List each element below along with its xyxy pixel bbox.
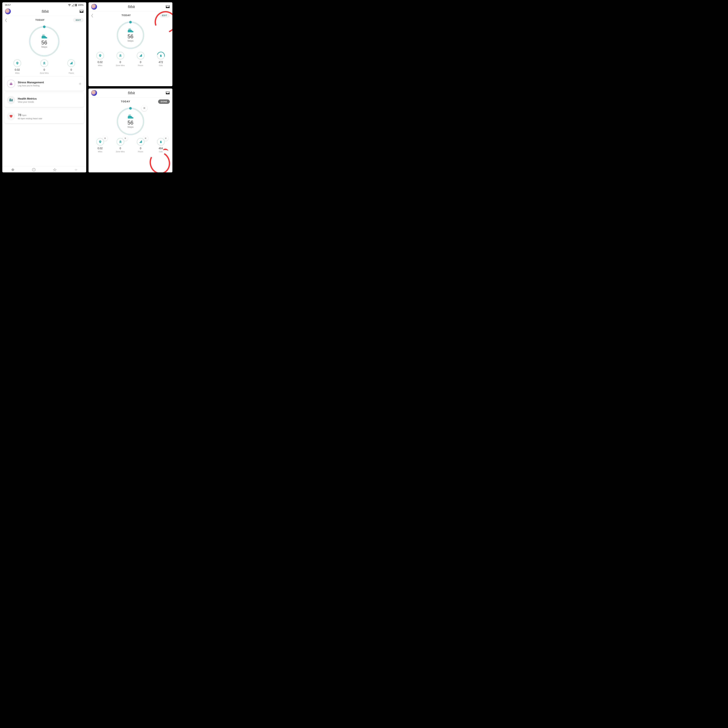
stats-row: ✕ 0.02 Miles ✕ 0 Zone Mins ✕ 0 Floors ✕ …: [89, 138, 172, 155]
shoe-icon: [127, 28, 134, 33]
miles-label: Miles: [15, 72, 19, 74]
floors-label: Floors: [138, 151, 143, 153]
stat-cals[interactable]: ✕ 484 Cals: [154, 138, 167, 153]
nav-premium[interactable]: [70, 168, 81, 172]
svg-point-23: [13, 170, 14, 171]
steps-ring[interactable]: 56 Steps: [89, 18, 172, 52]
stat-zone-mins[interactable]: 0 Zone Mins: [38, 59, 51, 74]
stat-zone-mins[interactable]: 0 Zone Mins: [114, 52, 127, 67]
nav-discover[interactable]: [28, 168, 40, 172]
svg-rect-3: [76, 4, 76, 4]
screenshot-right: 06:57 100% fitbit TODAY EDIT 56 Steps: [2, 2, 86, 172]
heart-bpm-unit: bpm: [22, 114, 26, 116]
today-label: TODAY: [35, 19, 45, 21]
steps-count: 56: [127, 120, 133, 126]
app-header: fitbit: [89, 89, 172, 98]
stairs-icon: [139, 140, 142, 144]
svg-point-21: [13, 169, 14, 169]
shoe-icon: [41, 34, 47, 39]
wifi-icon: [68, 4, 71, 6]
stairs-icon: [139, 54, 142, 57]
status-time: 06:57: [5, 4, 11, 6]
card-stress[interactable]: Stress Management Log how you're feeling…: [5, 77, 84, 91]
steps-ring[interactable]: 56 Steps: [2, 23, 86, 59]
svg-point-30: [76, 170, 76, 170]
subheader: TODAY DONE: [89, 98, 172, 105]
stat-miles[interactable]: ✕ 0.02 Miles: [93, 138, 107, 153]
inbox-icon[interactable]: [166, 92, 170, 94]
edit-button[interactable]: EDIT: [73, 18, 84, 22]
cals-label: Cals: [159, 64, 163, 67]
chevrons-up-icon: [43, 61, 46, 65]
stats-row: 0.02 Miles 0 Zone Mins 0 Floors 472 Cals: [89, 52, 172, 69]
stat-cals[interactable]: 472 Cals: [154, 52, 167, 67]
nav-today[interactable]: [7, 168, 18, 172]
subheader: TODAY EDIT: [2, 16, 86, 23]
card-heart[interactable]: 78 bpm 60 bpm resting heart rate: [5, 109, 84, 123]
svg-point-8: [11, 83, 12, 83]
svg-point-28: [75, 170, 75, 170]
cals-value: 472: [159, 61, 163, 64]
back-chevron-icon[interactable]: [5, 18, 7, 22]
stat-zone-mins[interactable]: ✕ 0 Zone Mins: [114, 138, 127, 153]
card-stress-sub: Log how you're feeling: [18, 84, 76, 87]
remove-steps-button[interactable]: ✕: [141, 105, 147, 111]
svg-rect-9: [9, 99, 10, 101]
battery-percent: 100%: [78, 4, 84, 6]
svg-point-14: [11, 99, 12, 100]
card-metrics-title: Health Metrics: [18, 97, 81, 100]
pin-icon: [16, 61, 19, 65]
stat-floors[interactable]: 0 Floors: [65, 59, 78, 74]
back-chevron-icon[interactable]: [91, 14, 93, 17]
stress-icon: [7, 80, 15, 88]
steps-ring[interactable]: 56 Steps ✕: [89, 105, 172, 138]
svg-point-16: [12, 168, 13, 169]
svg-point-20: [12, 169, 12, 169]
stat-miles[interactable]: 0.02 Miles: [11, 59, 24, 74]
svg-point-1: [69, 6, 70, 6]
pin-icon: [99, 54, 102, 57]
heart-bpm: 78 bpm: [18, 113, 81, 117]
svg-point-17: [12, 170, 13, 171]
heart-bpm-value: 78: [18, 113, 21, 117]
today-label: TODAY: [122, 14, 131, 17]
inbox-icon[interactable]: [166, 5, 170, 8]
floors-label: Floors: [138, 64, 143, 67]
card-stress-title: Stress Management: [18, 81, 76, 84]
stats-row: 0.02 Miles 0 Zone Mins 0 Floors: [2, 59, 86, 77]
heart-sub: 60 bpm resting heart rate: [18, 117, 81, 120]
svg-point-15: [12, 170, 13, 170]
zone-label: Zone Mins: [40, 72, 49, 74]
cals-value: 484: [159, 147, 163, 150]
edit-button[interactable]: EDIT: [159, 13, 170, 18]
floors-value: 0: [140, 147, 141, 150]
plus-icon[interactable]: +: [79, 81, 81, 87]
avatar[interactable]: [91, 90, 97, 96]
svg-rect-10: [10, 98, 11, 101]
svg-point-4: [17, 63, 18, 63]
stat-floors[interactable]: ✕ 0 Floors: [134, 138, 147, 153]
avatar[interactable]: [5, 8, 11, 14]
steps-unit: Steps: [127, 126, 133, 128]
miles-label: Miles: [98, 64, 102, 67]
inbox-icon[interactable]: [80, 10, 84, 13]
nav-community[interactable]: [49, 168, 61, 172]
pin-icon: [99, 140, 102, 144]
steps-count: 56: [127, 34, 133, 40]
compass-icon: [32, 168, 36, 172]
stat-miles[interactable]: 0.02 Miles: [93, 52, 107, 67]
svg-point-29: [75, 170, 76, 170]
flame-icon: [159, 54, 162, 57]
svg-rect-2: [75, 4, 76, 6]
stat-floors[interactable]: 0 Floors: [134, 52, 147, 67]
flame-icon: [159, 140, 162, 144]
svg-point-26: [53, 169, 54, 170]
card-metrics[interactable]: Health Metrics View your trends: [5, 93, 84, 107]
avatar[interactable]: [91, 4, 97, 10]
miles-value: 0.02: [98, 61, 102, 64]
done-button[interactable]: DONE: [158, 99, 170, 104]
svg-point-0: [100, 55, 101, 56]
shoe-icon: [127, 115, 134, 119]
bottom-nav: [2, 166, 86, 172]
app-header: fitbit: [89, 2, 172, 11]
